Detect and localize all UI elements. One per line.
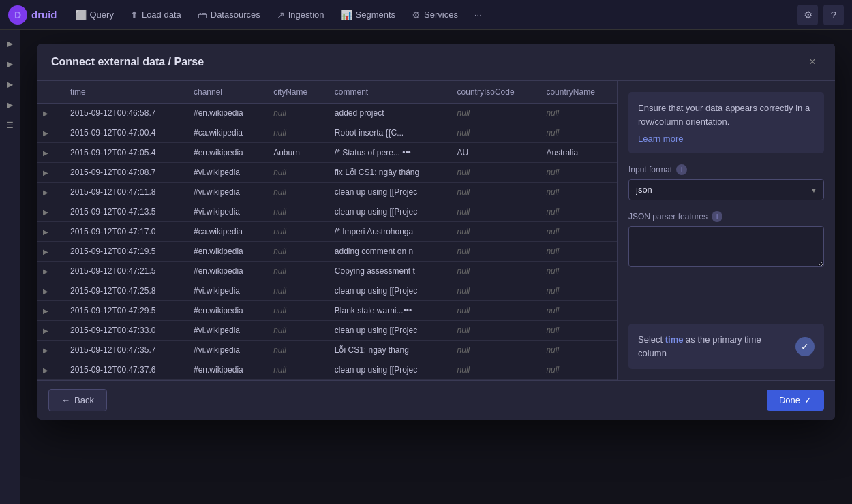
nav-label-segments: Segments [356, 10, 396, 20]
row-expand-btn[interactable]: ▶ [37, 143, 62, 163]
modal-overlay: Connect external data / Parse × time cha [20, 30, 852, 504]
cell-cityname: null [265, 104, 326, 123]
row-expand-btn[interactable]: ▶ [37, 202, 62, 222]
sidebar-item-2[interactable]: ▶ [2, 76, 18, 93]
done-button[interactable]: Done ✓ [767, 390, 824, 411]
cell-countryname: null [538, 301, 617, 321]
cell-countryisocode: null [449, 341, 538, 360]
cell-channel: #vi.wikipedia [185, 321, 265, 341]
query-icon: ⬜ [75, 10, 87, 20]
row-expand-btn[interactable]: ▶ [37, 242, 62, 262]
select-time-text: Select time as the primary time column [638, 333, 787, 360]
cell-time: 2015-09-12T00:47:11.8 [62, 183, 185, 202]
input-format-select-wrap: json csv tsv parquet orc ▼ [628, 179, 824, 200]
back-label: Back [74, 395, 94, 405]
cell-channel: #en.wikipedia [185, 360, 265, 380]
row-expand-btn[interactable]: ▶ [37, 262, 62, 281]
table-row: ▶2015-09-12T00:47:00.4#ca.wikipedianullR… [37, 123, 617, 143]
modal-title: Connect external data / Parse [51, 56, 204, 68]
logo[interactable]: D druid [8, 5, 57, 25]
check-circle-icon[interactable]: ✓ [795, 337, 815, 356]
cell-countryname: null [538, 163, 617, 183]
input-format-select[interactable]: json csv tsv parquet orc [628, 179, 824, 200]
ingestion-icon: ↗ [277, 10, 285, 20]
row-expand-btn[interactable]: ▶ [37, 222, 62, 242]
help-button[interactable]: ? [823, 5, 844, 25]
learn-more-link[interactable]: Learn more [638, 133, 683, 144]
row-expand-btn[interactable]: ▶ [37, 281, 62, 301]
cell-comment: clean up using [[Projec [326, 183, 449, 202]
table-row: ▶2015-09-12T00:47:05.4#en.wikipediaAubur… [37, 143, 617, 163]
cell-comment: clean up using [[Projec [326, 202, 449, 222]
settings-button[interactable]: ⚙ [797, 5, 818, 25]
cell-channel: #vi.wikipedia [185, 163, 265, 183]
table-row: ▶2015-09-12T00:47:35.7#vi.wikipedianullL… [37, 341, 617, 360]
input-format-info-icon[interactable]: i [676, 164, 687, 175]
json-parser-textarea[interactable] [628, 226, 824, 267]
cell-comment: /* Status of pere... ••• [326, 143, 449, 163]
nav-item-more[interactable]: ··· [468, 5, 489, 24]
cell-time: 2015-09-12T00:47:13.5 [62, 202, 185, 222]
cell-countryisocode: null [449, 222, 538, 242]
cell-time: 2015-09-12T00:46:58.7 [62, 104, 185, 123]
cell-comment: adding comment on n [326, 242, 449, 262]
nav-item-services[interactable]: ⚙ Services [405, 5, 465, 25]
row-expand-btn[interactable]: ▶ [37, 360, 62, 380]
input-format-group: Input format i json csv tsv parquet orc [628, 164, 824, 200]
modal-footer: ← Back Done ✓ [37, 380, 835, 420]
cell-channel: #en.wikipedia [185, 104, 265, 123]
input-format-label-text: Input format [628, 165, 672, 174]
table-row: ▶2015-09-12T00:47:17.0#ca.wikipedianull/… [37, 222, 617, 242]
back-button[interactable]: ← Back [48, 389, 107, 411]
cell-time: 2015-09-12T00:47:08.7 [62, 163, 185, 183]
table-row: ▶2015-09-12T00:47:29.5#en.wikipedianullB… [37, 301, 617, 321]
row-expand-btn[interactable]: ▶ [37, 301, 62, 321]
nav-right-actions: ⚙ ? [797, 5, 844, 25]
cell-comment: clean up using [[Projec [326, 321, 449, 341]
sidebar-toggle[interactable]: ▶ [2, 35, 18, 52]
nav-item-query[interactable]: ⬜ Query [68, 5, 121, 25]
back-arrow-icon: ← [61, 395, 70, 405]
nav-item-datasources[interactable]: 🗃 Datasources [191, 5, 267, 25]
modal-close-button[interactable]: × [804, 53, 821, 71]
nav-item-ingestion[interactable]: ↗ Ingestion [270, 5, 331, 25]
th-countryname: countryName [538, 81, 617, 104]
nav-item-load-data[interactable]: ⬆ Load data [123, 5, 188, 25]
cell-channel: #vi.wikipedia [185, 341, 265, 360]
cell-cityname: null [265, 242, 326, 262]
cell-comment: Copying assessment t [326, 262, 449, 281]
input-format-label: Input format i [628, 164, 824, 175]
cell-countryisocode: null [449, 104, 538, 123]
cell-countryname: null [538, 321, 617, 341]
data-table-area[interactable]: time channel cityName comment countryIso… [37, 81, 617, 380]
sidebar-item-1[interactable]: ▶ [2, 56, 18, 72]
cell-cityname: null [265, 281, 326, 301]
row-expand-btn[interactable]: ▶ [37, 123, 62, 143]
cell-comment: Blank stale warni...••• [326, 301, 449, 321]
data-table: time channel cityName comment countryIso… [37, 81, 617, 380]
cell-countryname: null [538, 281, 617, 301]
table-header-row: time channel cityName comment countryIso… [37, 81, 617, 104]
json-parser-info-icon[interactable]: i [712, 211, 722, 222]
cell-cityname: null [265, 301, 326, 321]
row-expand-btn[interactable]: ▶ [37, 104, 62, 123]
row-expand-btn[interactable]: ▶ [37, 163, 62, 183]
row-expand-btn[interactable]: ▶ [37, 321, 62, 341]
info-box: Ensure that your data appears correctly … [628, 92, 824, 153]
sidebar: ▶ ▶ ▶ ▶ ☰ [0, 30, 20, 504]
modal-header: Connect external data / Parse × [37, 44, 835, 81]
cell-cityname: null [265, 341, 326, 360]
cell-countryname: Australia [538, 143, 617, 163]
row-expand-btn[interactable]: ▶ [37, 341, 62, 360]
json-parser-label-text: JSON parser features [628, 212, 708, 221]
nav-item-segments[interactable]: 📊 Segments [334, 5, 403, 25]
select-time-highlight: time [663, 334, 686, 345]
top-navigation: D druid ⬜ Query ⬆ Load data 🗃 Datasource… [0, 0, 852, 30]
sidebar-menu-icon[interactable]: ☰ [2, 117, 18, 133]
cell-time: 2015-09-12T00:47:37.6 [62, 360, 185, 380]
row-expand-btn[interactable]: ▶ [37, 183, 62, 202]
sidebar-item-3[interactable]: ▶ [2, 97, 18, 113]
cell-channel: #ca.wikipedia [185, 222, 265, 242]
nav-label-query: Query [90, 10, 114, 20]
cell-cityname: Auburn [265, 143, 326, 163]
